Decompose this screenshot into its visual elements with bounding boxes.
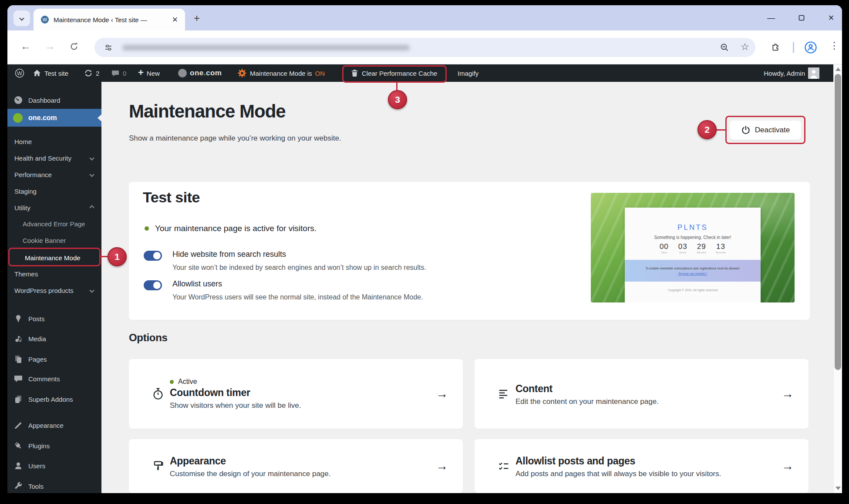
sidebar-item-comments[interactable]: Comments [7, 371, 101, 386]
allowlist-users-toggle[interactable] [144, 280, 162, 290]
scrollbar-down-arrow[interactable] [836, 487, 841, 490]
profile-avatar-icon[interactable] [804, 41, 817, 54]
arrow-right-icon[interactable]: → [436, 387, 448, 401]
admin-bar-imagify[interactable]: Imagify [458, 64, 478, 82]
addons-icon [13, 394, 23, 404]
sidebar-item-cookie-banner[interactable]: Cookie Banner [7, 234, 101, 247]
admin-bar-updates[interactable]: 2 [84, 64, 99, 82]
annotation-circle-3: 3 [388, 90, 407, 109]
status-green-dot [145, 226, 149, 231]
sidebar-item-posts[interactable]: Posts [7, 311, 101, 326]
tab-search-button[interactable] [13, 10, 30, 26]
sidebar-item-plugins[interactable]: Plugins [7, 438, 101, 454]
sidebar-label: Home [14, 138, 32, 145]
extensions-puzzle-icon[interactable] [770, 42, 781, 53]
window-minimize-button[interactable]: — [765, 11, 778, 24]
admin-bar-site-menu[interactable]: Test site [33, 64, 68, 82]
browser-toolbar: ← → ☆ [7, 30, 842, 64]
admin-bar-new-menu[interactable]: + New [138, 64, 160, 82]
sidebar-item-appearance[interactable]: Appearance [7, 417, 101, 433]
tab-title: Maintenance Mode ‹ Test site — [54, 16, 170, 24]
plus-icon: + [138, 67, 144, 78]
toggle2-description: Your WordPress users will see the normal… [172, 293, 423, 301]
tab-close-icon[interactable]: ✕ [170, 15, 180, 24]
sidebar-item-staging[interactable]: Staging [7, 185, 101, 198]
sidebar-item-performance[interactable]: Performance [7, 168, 101, 181]
browser-tab[interactable]: W Maintenance Mode ‹ Test site — ✕ [34, 9, 185, 30]
arrow-right-icon[interactable]: → [782, 459, 794, 473]
countdown-minutes: 29 [697, 242, 706, 251]
preview-register-link: Anyone can register? [678, 272, 707, 275]
sidebar-item-health-and-security[interactable]: Health and Security [7, 151, 101, 165]
sidebar-item-dashboard[interactable]: Dashboard [7, 92, 101, 108]
window-maximize-button[interactable] [795, 11, 808, 24]
sidebar-item-media[interactable]: Media [7, 331, 101, 346]
sidebar-item-home[interactable]: Home [7, 135, 101, 148]
comment-bubble-icon [111, 69, 120, 77]
sidebar-item-themes[interactable]: Themes [7, 267, 101, 280]
sidebar-label: Superb Addons [28, 396, 73, 403]
active-badge-label: Active [178, 378, 197, 386]
bookmark-star-icon[interactable]: ☆ [741, 41, 749, 53]
card-title: Countdown timer [170, 387, 427, 399]
onecom-text: one [190, 69, 204, 77]
admin-bar-account-menu[interactable]: Howdy, Admin [764, 64, 819, 82]
allowlist-posts-card[interactable]: Allowlist posts and pages Add posts and … [475, 439, 809, 493]
home-icon [33, 69, 41, 77]
countdown-hours-label: Hours [678, 251, 687, 254]
zoom-out-icon[interactable] [720, 43, 729, 52]
updates-count: 2 [96, 70, 99, 77]
sidebar-label: Dashboard [28, 97, 60, 104]
card-description: Show visitors when your site will be liv… [170, 401, 427, 410]
hide-from-search-toggle[interactable] [144, 251, 162, 261]
card-title: Allowlist posts and pages [515, 455, 773, 467]
forward-button[interactable]: → [45, 40, 55, 52]
wordpress-logo-icon: W [14, 68, 25, 78]
reload-button[interactable] [69, 42, 79, 51]
page-scrollbar[interactable] [833, 64, 842, 493]
arrow-right-icon[interactable]: → [782, 387, 794, 401]
back-button[interactable]: ← [20, 40, 31, 52]
sidebar-item-superb-addons[interactable]: Superb Addons [7, 391, 101, 407]
arrow-right-icon[interactable]: → [436, 459, 448, 473]
sidebar-item-onecom[interactable]: one.com [7, 109, 101, 127]
admin-bar-maintenance-status[interactable]: Maintenance Mode is ON [237, 64, 325, 82]
sidebar-item-advanced-error-page[interactable]: Advanced Error Page [7, 217, 101, 230]
gear-icon [237, 68, 247, 78]
scrollbar-thumb[interactable] [835, 74, 841, 370]
wordpress-favicon-icon: W [40, 15, 49, 24]
content-card[interactable]: Content Edit the content on your mainten… [475, 359, 809, 429]
annotation-line-3 [396, 83, 398, 90]
preview-notice-band: To enable newsletter subscriptions user … [625, 260, 761, 282]
annotation-circle-1: 1 [108, 247, 127, 266]
preview-countdown: 00Days 03Hours 29Minutes 13Seconds [625, 242, 761, 254]
card-title: Appearance [170, 455, 427, 467]
url-bar[interactable]: ☆ [94, 38, 755, 57]
main-content: Maintenance Mode Show a maintenance page… [101, 82, 833, 493]
checklist-icon [497, 460, 510, 473]
sidebar-item-users[interactable]: Users [7, 458, 101, 474]
admin-bar-onecom-menu[interactable]: one.com [178, 64, 222, 82]
window-close-button[interactable]: × [825, 11, 838, 24]
sidebar-item-wordpress-products[interactable]: WordPress products [7, 284, 101, 297]
sidebar-item-pages[interactable]: Pages [7, 351, 101, 367]
countdown-timer-card[interactable]: Active Countdown timer Show visitors whe… [129, 359, 463, 429]
appearance-card[interactable]: Appearance Customise the design of your … [129, 439, 463, 493]
active-badge: Active [170, 378, 427, 386]
howdy-text: Howdy, Admin [764, 70, 805, 77]
maintenance-status-value: ON [315, 70, 325, 77]
sidebar-label: WordPress products [14, 287, 74, 294]
browser-menu-kebab-icon[interactable]: ⋮ [829, 40, 839, 51]
sidebar-item-utility[interactable]: Utility [7, 201, 101, 214]
sidebar-item-tools[interactable]: Tools [7, 478, 101, 493]
annotation-line-2 [716, 129, 725, 131]
admin-bar-comments[interactable]: 0 [111, 64, 126, 82]
new-tab-button[interactable]: + [194, 12, 200, 24]
card-description: Edit the content on your maintenance pag… [515, 397, 773, 406]
wp-logo-menu[interactable]: W [14, 64, 25, 82]
sidebar-label: Advanced Error Page [23, 220, 85, 228]
scrollbar-up-arrow[interactable] [836, 67, 841, 71]
site-settings-icon[interactable] [104, 43, 113, 52]
redacted-url-text [122, 45, 410, 50]
media-icon [13, 334, 23, 343]
